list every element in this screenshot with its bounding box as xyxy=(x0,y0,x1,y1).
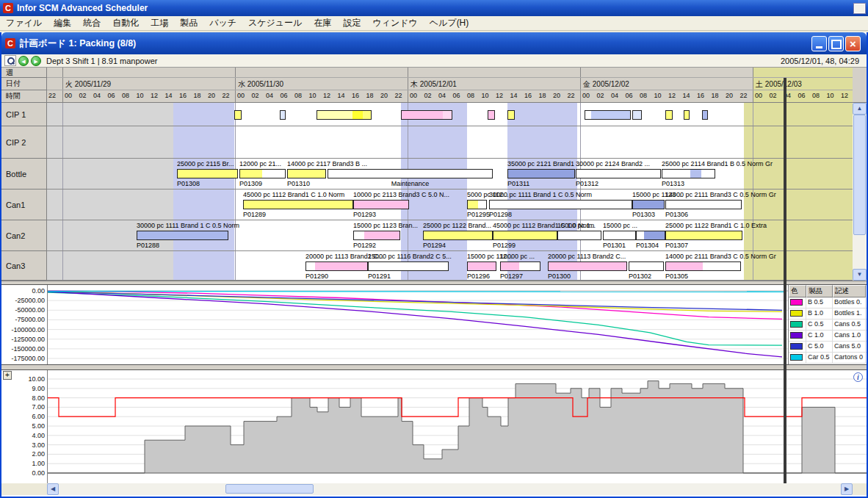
h-scrollbar-thumb[interactable] xyxy=(225,484,314,494)
task-label-below: P01306 xyxy=(665,211,688,218)
task-label-below: P01307 xyxy=(665,242,688,249)
legend-row-0[interactable]: B 0.5Bottles 0. xyxy=(789,297,867,308)
legend-header-2[interactable]: 記述 xyxy=(833,285,866,297)
close-button[interactable] xyxy=(845,36,861,51)
time-cell-0: 22 xyxy=(47,90,62,102)
task-bar-p01301[interactable] xyxy=(603,231,636,240)
menu-item-3[interactable]: 自動化 xyxy=(106,15,145,31)
task-bar-p01305[interactable] xyxy=(665,261,741,271)
legend-header-1[interactable]: 製品 xyxy=(806,285,833,297)
scroll-left-button[interactable] xyxy=(47,483,59,495)
task-bar-p01309[interactable] xyxy=(239,169,286,178)
task-bar[interactable] xyxy=(684,110,690,120)
minimize-button[interactable] xyxy=(811,36,827,51)
time-cell-3: 000204060810121416182022 xyxy=(408,90,580,102)
zoom-button[interactable] xyxy=(4,55,16,66)
task-label-below: Maintenance xyxy=(328,180,493,187)
h-scrollbar-track[interactable] xyxy=(59,483,841,495)
window-close-button[interactable] xyxy=(854,4,865,13)
menu-item-0[interactable]: ファイル xyxy=(0,15,48,31)
hour-label: 22 xyxy=(223,92,230,99)
expand-button[interactable] xyxy=(3,371,12,380)
menu-item-11[interactable]: ヘルプ(H) xyxy=(424,15,475,31)
menu-item-9[interactable]: 設定 xyxy=(337,15,366,31)
menu-item-2[interactable]: 統合 xyxy=(77,15,106,31)
hour-label: 16 xyxy=(524,92,532,99)
task-bar-p01307[interactable] xyxy=(665,231,742,240)
legend-desc: Cans 1.0 xyxy=(833,331,866,341)
task-segment xyxy=(317,111,352,119)
task-bar[interactable] xyxy=(632,110,642,120)
menu-item-6[interactable]: バッチ xyxy=(203,15,242,31)
legend-row-3[interactable]: C 1.0Cans 1.0 xyxy=(789,331,867,342)
task-bar[interactable] xyxy=(585,110,631,120)
maximize-button[interactable] xyxy=(828,36,844,51)
legend-row-1[interactable]: B 1.0Bottles 1. xyxy=(789,308,867,320)
hour-label: 04 xyxy=(611,92,618,99)
task-bar[interactable] xyxy=(557,231,601,240)
task-segment xyxy=(666,262,703,270)
manpower-tick-label: 2.00 xyxy=(32,450,45,458)
task-bar[interactable] xyxy=(507,110,515,120)
task-bar-p01308[interactable] xyxy=(177,169,238,178)
task-bar[interactable] xyxy=(234,110,242,120)
task-label-above: 15000 pc 1123 Bran... xyxy=(353,222,418,229)
v-scrollbar-track[interactable] xyxy=(853,115,867,269)
task-bar-p01294[interactable] xyxy=(423,231,493,240)
task-bar[interactable] xyxy=(401,110,452,120)
next-shift-button[interactable] xyxy=(31,56,41,66)
scroll-down-button[interactable] xyxy=(853,269,867,281)
task-bar[interactable] xyxy=(317,110,372,120)
task-bar[interactable] xyxy=(280,110,286,120)
menu-item-1[interactable]: 編集 xyxy=(48,15,77,31)
scroll-right-button[interactable] xyxy=(841,483,853,495)
hour-label: 10 xyxy=(137,92,144,99)
legend-row-4[interactable]: C 5.0Cans 5.0 xyxy=(789,342,867,353)
task-bar-p01293[interactable] xyxy=(353,200,409,209)
inventory-tick-label: -50000.00 xyxy=(15,306,45,314)
task-bar-p01310[interactable] xyxy=(287,169,326,178)
legend-row-5[interactable]: Car 0.5Cartons 0 xyxy=(789,353,867,364)
task-bar-p01292[interactable] xyxy=(353,231,400,240)
task-label-above: 30000 pc 1111 Brand 1 C 0.5 Norm xyxy=(489,191,592,198)
task-bar-p01297[interactable] xyxy=(500,261,540,271)
task-bar[interactable] xyxy=(488,110,495,120)
task-bar-p01313[interactable] xyxy=(662,169,715,178)
task-bar-p01306[interactable] xyxy=(665,200,742,209)
menu-item-4[interactable]: 工場 xyxy=(145,15,174,31)
legend-header-0[interactable]: 色 xyxy=(789,285,806,297)
task-bar[interactable] xyxy=(665,110,673,120)
task-bar-p01298[interactable] xyxy=(489,200,632,209)
info-icon[interactable] xyxy=(853,372,863,382)
scroll-up-button[interactable] xyxy=(853,103,867,115)
task-bar-p01304[interactable] xyxy=(636,231,665,240)
task-bar-p01295[interactable] xyxy=(467,200,487,209)
menu-item-5[interactable]: 製品 xyxy=(174,15,203,31)
task-bar-p01302[interactable] xyxy=(629,261,664,271)
task-bar-p01289[interactable] xyxy=(243,200,353,209)
task-bar-p01291[interactable] xyxy=(368,261,449,271)
hour-label: 10 xyxy=(827,92,834,99)
menu-item-8[interactable]: 在庫 xyxy=(308,15,337,31)
hour-label: 12 xyxy=(151,92,158,99)
task-bar-p01312[interactable] xyxy=(576,169,661,178)
task-bar-p01311[interactable] xyxy=(507,169,575,178)
prev-shift-button[interactable] xyxy=(18,56,29,66)
menu-item-7[interactable]: スケジュール xyxy=(242,15,308,31)
task-bar-p01303[interactable] xyxy=(632,200,665,209)
task-bar[interactable] xyxy=(702,110,708,120)
legend-row-2[interactable]: C 0.5Cans 0.5 xyxy=(789,320,867,331)
task-bar-p01290[interactable] xyxy=(305,261,368,271)
splitter-bottom[interactable] xyxy=(1,364,867,370)
task-bar-p01296[interactable] xyxy=(467,261,496,271)
legend-swatch-cell xyxy=(789,353,806,363)
hour-label: 06 xyxy=(626,92,633,99)
v-scrollbar-thumb[interactable] xyxy=(853,115,866,235)
task-bar-p01299[interactable] xyxy=(493,231,557,240)
menu-item-10[interactable]: ウィンドウ xyxy=(366,15,423,31)
task-bar-maintenance[interactable] xyxy=(328,169,493,178)
planning-board-window: 計画ボード 1: Packing (8/8) Dept 3 Shift 1 | … xyxy=(0,32,868,498)
hour-label: 14 xyxy=(338,92,345,99)
task-bar-p01288[interactable] xyxy=(137,231,228,240)
task-bar-p01300[interactable] xyxy=(548,261,627,271)
